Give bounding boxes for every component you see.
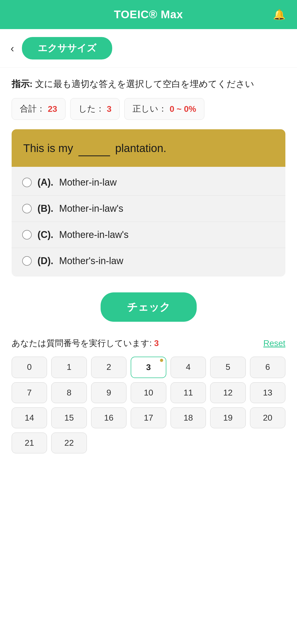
num-btn-9[interactable]: 9 bbox=[91, 382, 126, 403]
num-btn-7[interactable]: 7 bbox=[12, 382, 47, 403]
stat-total-value: 23 bbox=[48, 104, 57, 114]
radio-C bbox=[22, 230, 32, 240]
num-dot bbox=[160, 359, 163, 362]
option-C[interactable]: (C). Mothere-in-law's bbox=[12, 222, 285, 248]
option-text-C: Mothere-in-law's bbox=[59, 229, 129, 240]
question-after: plantation. bbox=[115, 142, 166, 154]
option-B[interactable]: (B). Mother-in-law's bbox=[12, 196, 285, 222]
num-btn-8[interactable]: 8 bbox=[51, 382, 87, 403]
num-btn-5[interactable]: 5 bbox=[210, 357, 246, 378]
nav-label: あなたは質問番号を実行しています: 3 bbox=[12, 338, 159, 349]
number-grid: 012345678910111213141516171819202122 bbox=[12, 357, 285, 453]
question-card: This is my plantation. bbox=[12, 129, 285, 167]
exercise-button[interactable]: エクササイズ bbox=[22, 37, 112, 59]
option-D[interactable]: (D). Mother's-in-law bbox=[12, 248, 285, 274]
option-A[interactable]: (A). Mother-in-law bbox=[12, 169, 285, 196]
num-btn-18[interactable]: 18 bbox=[171, 407, 206, 428]
stat-total: 合計： 23 bbox=[12, 98, 65, 120]
nav-current: 3 bbox=[154, 338, 159, 348]
stat-done-value: 3 bbox=[107, 104, 112, 114]
num-btn-22[interactable]: 22 bbox=[51, 433, 87, 453]
num-btn-6[interactable]: 6 bbox=[250, 357, 285, 378]
nav-section: あなたは質問番号を実行しています: 3 Reset 01234567891011… bbox=[0, 338, 297, 464]
num-btn-3[interactable]: 3 bbox=[131, 357, 166, 378]
radio-D bbox=[22, 256, 32, 266]
num-btn-12[interactable]: 12 bbox=[210, 382, 246, 403]
stat-done-label: した： bbox=[78, 103, 104, 115]
stat-correct-value: 0 ~ 0% bbox=[169, 104, 196, 114]
instructions: 指示: 文に最も適切な答えを選択して空白を埋めてください bbox=[0, 68, 297, 98]
instructions-text: 文に最も適切な答えを選択して空白を埋めてください bbox=[32, 79, 254, 89]
num-btn-19[interactable]: 19 bbox=[210, 407, 246, 428]
back-button[interactable]: ‹ bbox=[11, 43, 14, 54]
check-button-wrapper: チェック bbox=[0, 287, 297, 338]
stat-done: した： 3 bbox=[70, 98, 120, 120]
num-btn-15[interactable]: 15 bbox=[51, 407, 87, 428]
options-card: (A). Mother-in-law (B). Mother-in-law's … bbox=[12, 167, 285, 277]
stat-total-label: 合計： bbox=[20, 103, 45, 115]
option-text-B: Mother-in-law's bbox=[59, 203, 123, 214]
num-btn-21[interactable]: 21 bbox=[12, 433, 47, 453]
question-blank bbox=[78, 140, 110, 156]
num-btn-20[interactable]: 20 bbox=[250, 407, 285, 428]
stat-correct-label: 正しい： bbox=[133, 103, 167, 115]
option-text-D: Mother's-in-law bbox=[59, 255, 123, 266]
stat-correct: 正しい： 0 ~ 0% bbox=[124, 98, 204, 120]
nav-label-text: あなたは質問番号を実行しています: bbox=[12, 338, 152, 348]
option-text-A: Mother-in-law bbox=[59, 177, 117, 188]
option-label-C: (C). bbox=[37, 229, 53, 240]
num-btn-16[interactable]: 16 bbox=[91, 407, 126, 428]
num-btn-11[interactable]: 11 bbox=[171, 382, 206, 403]
bell-icon[interactable]: 🔔 bbox=[273, 9, 285, 20]
num-btn-14[interactable]: 14 bbox=[12, 407, 47, 428]
check-button[interactable]: チェック bbox=[101, 292, 197, 322]
question-text: This is my plantation. bbox=[23, 142, 166, 154]
question-before: This is my bbox=[23, 142, 73, 154]
num-btn-13[interactable]: 13 bbox=[250, 382, 285, 403]
reset-button[interactable]: Reset bbox=[263, 338, 285, 348]
num-btn-10[interactable]: 10 bbox=[131, 382, 166, 403]
radio-A bbox=[22, 178, 32, 187]
num-btn-4[interactable]: 4 bbox=[171, 357, 206, 378]
option-label-B: (B). bbox=[37, 203, 53, 214]
option-label-D: (D). bbox=[37, 255, 53, 266]
num-btn-2[interactable]: 2 bbox=[91, 357, 126, 378]
app-title: TOEIC® Max bbox=[114, 8, 183, 21]
instructions-label: 指示: bbox=[12, 79, 32, 89]
option-label-A: (A). bbox=[37, 177, 53, 188]
stats-row: 合計： 23 した： 3 正しい： 0 ~ 0% bbox=[0, 98, 297, 129]
subheader: ‹ エクササイズ bbox=[0, 29, 297, 68]
nav-header: あなたは質問番号を実行しています: 3 Reset bbox=[12, 338, 285, 349]
num-btn-1[interactable]: 1 bbox=[51, 357, 87, 378]
num-btn-17[interactable]: 17 bbox=[131, 407, 166, 428]
num-btn-0[interactable]: 0 bbox=[12, 357, 47, 378]
radio-B bbox=[22, 204, 32, 213]
app-header: TOEIC® Max 🔔 bbox=[0, 0, 297, 29]
